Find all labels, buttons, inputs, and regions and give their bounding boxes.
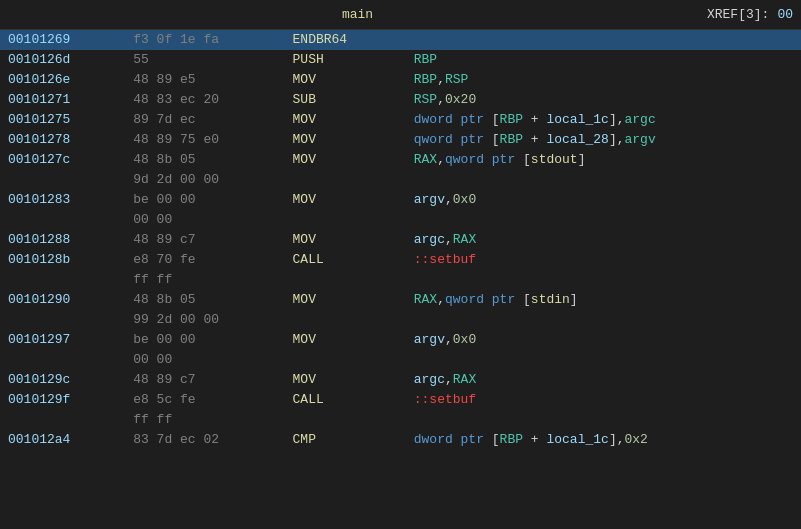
table-row[interactable]: 00101271 48 83 ec 20 SUB RSP,0x20 (0, 90, 801, 110)
bytes-cell: 48 83 ec 20 (125, 90, 284, 110)
ops-cell (410, 210, 801, 230)
table-row[interactable]: 00101290 48 8b 05 MOV RAX,qword ptr [std… (0, 290, 801, 310)
addr-cell: 0010129c (0, 370, 125, 390)
mnem-cell: CALL (285, 390, 410, 410)
table-row[interactable]: 00101278 48 89 75 e0 MOV qword ptr [RBP … (0, 130, 801, 150)
ops-cell: dword ptr [RBP + local_1c],argc (410, 110, 801, 130)
mnem-cell: MOV (285, 130, 410, 150)
bytes-cell: 00 00 (125, 350, 284, 370)
addr-cell (0, 410, 125, 430)
ops-cell (410, 270, 801, 290)
ops-cell (410, 410, 801, 430)
mnem-cell: ENDBR64 (285, 30, 410, 50)
table-row[interactable]: 0010128b e8 70 fe CALL ::setbuf (0, 250, 801, 270)
ops-cell: RAX,qword ptr [stdout] (410, 150, 801, 170)
addr-cell: 00101269 (0, 30, 125, 50)
addr-cell (0, 310, 125, 330)
table-row[interactable]: 00 00 (0, 350, 801, 370)
table-row[interactable]: 0010126d 55 PUSH RBP (0, 50, 801, 70)
disasm-header: main XREF[3]: 00 (0, 0, 801, 30)
ops-cell (410, 310, 801, 330)
bytes-cell: 48 89 e5 (125, 70, 284, 90)
addr-cell (0, 270, 125, 290)
ops-cell: ::setbuf (410, 250, 801, 270)
addr-cell (0, 170, 125, 190)
bytes-cell: e8 70 fe (125, 250, 284, 270)
mnem-cell (285, 270, 410, 290)
addr-cell: 0010126e (0, 70, 125, 90)
mnem-cell (285, 310, 410, 330)
addr-cell: 001012a4 (0, 430, 125, 450)
ops-cell (410, 170, 801, 190)
bytes-cell: ff ff (125, 410, 284, 430)
table-row[interactable]: 00101288 48 89 c7 MOV argc,RAX (0, 230, 801, 250)
main-container: main XREF[3]: 00 00101269 f3 0f 1e fa EN… (0, 0, 801, 529)
mnem-cell: MOV (285, 230, 410, 250)
table-row[interactable]: 001012a4 83 7d ec 02 CMP dword ptr [RBP … (0, 430, 801, 450)
table-row[interactable]: ff ff (0, 270, 801, 290)
ops-cell: ::setbuf (410, 390, 801, 410)
addr-cell: 00101275 (0, 110, 125, 130)
mnem-cell (285, 410, 410, 430)
bytes-cell: 48 89 c7 (125, 370, 284, 390)
mnem-cell: MOV (285, 110, 410, 130)
addr-cell: 00101271 (0, 90, 125, 110)
mnem-cell (285, 210, 410, 230)
table-row[interactable]: ff ff (0, 410, 801, 430)
table-row[interactable]: 99 2d 00 00 (0, 310, 801, 330)
addr-cell: 00101278 (0, 130, 125, 150)
addr-cell (0, 210, 125, 230)
addr-cell: 00101283 (0, 190, 125, 210)
mnem-cell: MOV (285, 150, 410, 170)
addr-cell: 0010127c (0, 150, 125, 170)
ops-cell (410, 350, 801, 370)
table-row[interactable]: 00 00 (0, 210, 801, 230)
table-row[interactable]: 00101283 be 00 00 MOV argv,0x0 (0, 190, 801, 210)
ops-cell: argv,0x0 (410, 190, 801, 210)
bytes-cell: be 00 00 (125, 190, 284, 210)
function-name: main (8, 7, 707, 22)
addr-cell: 0010129f (0, 390, 125, 410)
ops-cell: argc,RAX (410, 370, 801, 390)
addr-cell: 0010126d (0, 50, 125, 70)
addr-cell: 0010128b (0, 250, 125, 270)
bytes-cell: be 00 00 (125, 330, 284, 350)
mnem-cell: MOV (285, 190, 410, 210)
table-row[interactable]: 0010129f e8 5c fe CALL ::setbuf (0, 390, 801, 410)
mnem-cell: CMP (285, 430, 410, 450)
addr-cell (0, 350, 125, 370)
table-row[interactable]: 0010129c 48 89 c7 MOV argc,RAX (0, 370, 801, 390)
bytes-cell: 83 7d ec 02 (125, 430, 284, 450)
table-row[interactable]: 00101269 f3 0f 1e fa ENDBR64 (0, 30, 801, 50)
ops-cell: RBP (410, 50, 801, 70)
table-row[interactable]: 0010126e 48 89 e5 MOV RBP,RSP (0, 70, 801, 90)
bytes-cell: 9d 2d 00 00 (125, 170, 284, 190)
ops-cell: RSP,0x20 (410, 90, 801, 110)
ops-cell (410, 30, 801, 50)
ops-cell: qword ptr [RBP + local_28],argv (410, 130, 801, 150)
ops-cell: argv,0x0 (410, 330, 801, 350)
mnem-cell: MOV (285, 370, 410, 390)
mnem-cell: CALL (285, 250, 410, 270)
mnem-cell: PUSH (285, 50, 410, 70)
addr-cell: 00101288 (0, 230, 125, 250)
bytes-cell: 48 89 75 e0 (125, 130, 284, 150)
bytes-cell: 89 7d ec (125, 110, 284, 130)
ops-cell: dword ptr [RBP + local_1c],0x2 (410, 430, 801, 450)
bytes-cell: 48 89 c7 (125, 230, 284, 250)
mnem-cell: SUB (285, 90, 410, 110)
bytes-cell: e8 5c fe (125, 390, 284, 410)
xref-label: XREF[3]: (707, 7, 769, 22)
addr-cell: 00101297 (0, 330, 125, 350)
bytes-cell: 48 8b 05 (125, 150, 284, 170)
table-row[interactable]: 00101297 be 00 00 MOV argv,0x0 (0, 330, 801, 350)
table-row[interactable]: 9d 2d 00 00 (0, 170, 801, 190)
table-row[interactable]: 0010127c 48 8b 05 MOV RAX,qword ptr [std… (0, 150, 801, 170)
mnem-cell: MOV (285, 70, 410, 90)
mnem-cell: MOV (285, 290, 410, 310)
mnem-cell (285, 170, 410, 190)
table-row[interactable]: 00101275 89 7d ec MOV dword ptr [RBP + l… (0, 110, 801, 130)
ops-cell: RAX,qword ptr [stdin] (410, 290, 801, 310)
xref-addr: 00 (777, 7, 793, 22)
disasm-table: 00101269 f3 0f 1e fa ENDBR64 0010126d 55… (0, 30, 801, 450)
